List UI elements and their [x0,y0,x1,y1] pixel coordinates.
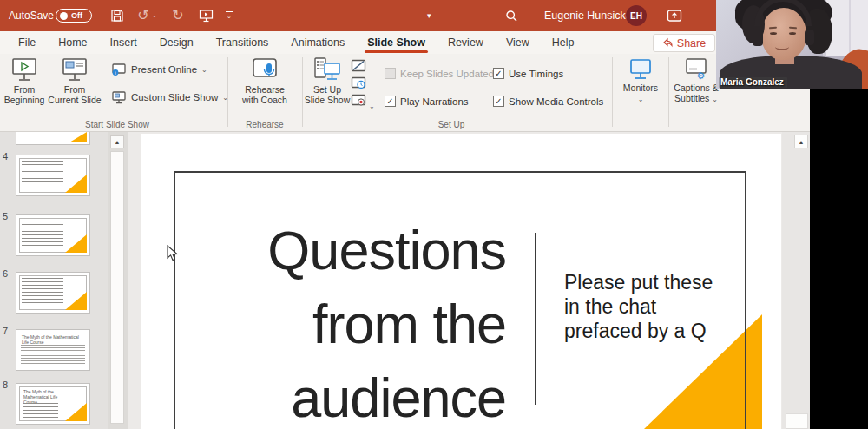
slide-canvas[interactable]: Questions from the audience Please put t… [141,134,781,429]
slide-number: 7 [3,326,13,336]
chevron-down-icon: ⌄ [638,96,644,103]
slide-thumbnail-panel: 4 5 6 7 The Myth of the Mathematical Lif… [0,132,108,429]
triangle-up-icon: ▲ [799,139,805,145]
thumbnail-scrollbar-thumb[interactable] [110,151,124,424]
tab-review[interactable]: Review [437,31,495,54]
search-button[interactable] [502,0,521,31]
person-eye [789,32,796,35]
checkbox-icon [493,68,504,79]
thumbnail-scroll-up-button[interactable]: ▲ [110,135,124,148]
thumbnail-text-lines [22,221,63,248]
captions-subtitles-icon: ⚙ [683,56,709,81]
application-window: AutoSave Off ↺ ⌄ ↻ [0,0,868,429]
tab-animations[interactable]: Animations [279,31,356,54]
checkbox-icon [385,68,396,79]
thumbnail-text-lines [22,161,63,183]
rehearse-coach-icon [250,56,279,82]
slide-number: 4 [3,151,13,162]
checkbox-icon [385,96,396,107]
from-current-slide-icon [61,56,89,82]
ribbon-separator [612,57,613,127]
record-slide-show-button[interactable] [351,94,366,107]
person-eye [770,32,777,35]
slide-number: 8 [3,380,13,390]
mouse-cursor [167,245,179,262]
triangle-up-icon: ▲ [115,139,121,145]
checkbox-icon [493,96,504,107]
custom-slide-show-label: Custom Slide Show [131,92,218,102]
set-up-slide-show-button[interactable]: Set UpSlide Show [306,56,349,105]
captions-subtitles-button[interactable]: ⚙ Captions &Subtitles ⌄ [670,56,722,105]
webcam-video-tile[interactable]: Maria Gonzalez [716,0,868,89]
slide-number: 5 [3,211,13,221]
share-label: Share [677,37,706,50]
chevron-down-icon: ⌄ [712,96,718,103]
slide-side-text[interactable]: Please put these in the chat prefaced by… [564,270,713,343]
thumbnail-text-lines [23,403,58,419]
tab-file[interactable]: File [7,31,47,54]
slide-thumbnail-5[interactable] [16,214,90,256]
share-button[interactable]: Share [653,34,715,52]
document-title[interactable]: EWM Panel Discussion on Gende... [0,0,406,31]
present-to-window-button[interactable] [665,0,684,31]
ribbon-separator [668,57,669,127]
ribbon-separator [302,57,303,127]
headphones-band-icon [754,0,812,26]
ribbon: FromBeginning FromCurrent Slide i Presen… [0,54,812,132]
share-icon [662,37,674,49]
slide-thumbnail-7[interactable]: The Myth of the Mathematical Life Course [16,329,90,371]
tab-design[interactable]: Design [148,31,205,54]
svg-text:⚙: ⚙ [697,70,706,81]
slide-thumbnail-8[interactable]: The Myth of the Mathematical Life Course [16,383,90,425]
thumbnail-text-lines [22,278,63,304]
tab-help[interactable]: Help [541,31,586,54]
monitors-button[interactable]: Monitors⌄ [615,56,666,105]
play-narrations-option[interactable]: Play Narrations [385,96,469,107]
tab-transitions[interactable]: Transitions [205,31,280,54]
tab-home[interactable]: Home [47,31,98,54]
slide-thumbnail-partial[interactable] [16,132,90,145]
custom-slide-show-icon [111,90,127,104]
hide-slide-button[interactable] [351,59,366,72]
headphone-earcup [805,30,814,45]
present-online-icon: i [111,63,127,76]
slide-scroll-up-button[interactable]: ▲ [794,135,808,148]
show-media-controls-option[interactable]: Show Media Controls [493,96,603,107]
thumbnail-text-lines [21,345,85,367]
headphone-earcup [753,30,763,46]
account-avatar[interactable]: EH [626,5,647,26]
slide-thumbnail-4[interactable] [16,155,90,196]
slide-scrollbar[interactable] [782,132,810,429]
rehearse-timings-button[interactable] [351,76,366,89]
title-bar: AutoSave Off ↺ ⌄ ↻ [0,0,812,31]
present-online-label: Present Online [131,64,197,75]
slide-thumbnail-6[interactable] [16,272,90,314]
share-window-icon [667,9,682,23]
chevron-down-icon: ⌄ [369,102,375,110]
tab-insert[interactable]: Insert [99,31,148,54]
account-name[interactable]: Eugenie Hunsicker [544,0,635,31]
present-online-button[interactable]: i Present Online ⌄ [111,63,207,76]
slide-title-text[interactable]: Questions from the audience [182,214,506,429]
slide-divider-line [535,233,536,405]
participant-name-label: Maria Gonzalez [719,77,787,88]
monitors-icon [628,56,654,81]
from-beginning-button[interactable]: FromBeginning [3,56,45,105]
slide-scroll-down-button[interactable] [786,413,808,429]
group-label-start-slide-show: Start Slide Show [48,120,187,129]
custom-slide-show-button[interactable]: Custom Slide Show ⌄ [111,90,228,104]
keep-slides-updated-option[interactable]: Keep Slides Updated [385,68,494,79]
record-slide-show-dropdown[interactable]: ⌄ [369,96,375,112]
thumbnail-title: The Myth of the Mathematical Life Course [22,334,82,345]
door-frame-line [849,0,851,56]
use-timings-option[interactable]: Use Timings [493,68,563,79]
from-current-slide-button[interactable]: FromCurrent Slide [47,56,102,105]
chevron-down-icon: ⌄ [201,66,207,74]
from-beginning-icon [10,56,38,82]
rehearse-with-coach-button[interactable]: Rehearsewith Coach [234,56,295,105]
title-dropdown-caret-icon[interactable]: ▾ [427,0,431,31]
tab-slide-show[interactable]: Slide Show [356,31,437,54]
set-up-slide-show-icon [312,56,342,82]
slide-number: 6 [3,268,13,279]
tab-view[interactable]: View [495,31,541,54]
